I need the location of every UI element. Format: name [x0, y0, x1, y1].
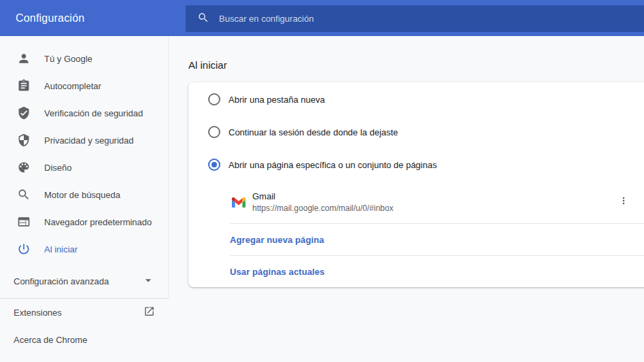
sidebar-item-on-startup[interactable]: Al iniciar: [0, 235, 168, 263]
sidebar-item-label: Privacidad y seguridad: [44, 135, 134, 146]
safety-check-icon: [17, 106, 31, 120]
extensions-label: Extensiones: [14, 308, 62, 318]
palette-icon: [17, 161, 31, 174]
section-title: Al iniciar: [188, 59, 644, 71]
startup-page-info: Gmail https://mail.google.com/mail/u/0/#…: [252, 191, 614, 214]
sidebar-item-label: Diseño: [44, 163, 71, 173]
advanced-settings-toggle[interactable]: Configuración avanzada: [0, 267, 168, 295]
option-open-specific-pages[interactable]: Abrir una página específica o un conjunt…: [188, 148, 644, 181]
about-chrome-label: Acerca de Chrome: [14, 335, 87, 345]
sidebar-item-label: Navegador predeterminado: [44, 217, 152, 227]
sidebar-item-label: Verificación de seguridad: [44, 108, 143, 118]
page-title: Configuración: [0, 12, 84, 24]
page-options-button[interactable]: [614, 193, 633, 212]
startup-settings-section: Al iniciar Abrir una pestaña nueva Conti…: [188, 36, 644, 287]
search-engine-icon: [17, 188, 31, 201]
sidebar-item-safety-check[interactable]: Verificación de seguridad: [0, 99, 168, 127]
sidebar-item-search-engine[interactable]: Motor de búsqueda: [0, 181, 168, 208]
use-current-pages-button[interactable]: Usar páginas actuales: [230, 267, 324, 277]
option-label: Abrir una página específica o un conjunt…: [228, 160, 437, 170]
sidebar-item-label: Motor de búsqueda: [44, 190, 120, 200]
sidebar-item-default-browser[interactable]: Navegador predeterminado: [0, 208, 168, 235]
sidebar-item-extensions[interactable]: Extensiones: [0, 299, 168, 326]
sidebar-item-you-and-google[interactable]: Tú y Google: [0, 45, 168, 72]
add-new-page-row[interactable]: Agregar nueva página: [188, 224, 644, 255]
radio-button[interactable]: [208, 126, 220, 138]
radio-button-selected[interactable]: [208, 159, 220, 171]
sidebar-item-privacy[interactable]: Privacidad y seguridad: [0, 127, 168, 154]
startup-page-row-gmail: Gmail https://mail.google.com/mail/u/0/#…: [188, 181, 644, 223]
sidebar-item-label: Al iniciar: [44, 244, 78, 254]
option-open-new-tab[interactable]: Abrir una pestaña nueva: [188, 83, 644, 116]
option-label: Continuar la sesión desde donde la dejas…: [228, 127, 398, 137]
sidebar-item-autofill[interactable]: Autocompletar: [0, 72, 168, 99]
sidebar-vertical-divider: [168, 36, 169, 299]
sidebar-item-label: Tú y Google: [44, 54, 92, 64]
startup-page-title: Gmail: [252, 191, 614, 203]
person-icon: [17, 52, 31, 65]
option-continue-session[interactable]: Continuar la sesión desde donde la dejas…: [188, 116, 644, 148]
startup-page-url: https://mail.google.com/mail/u/0/#inbox: [252, 203, 614, 214]
chevron-down-icon: [141, 274, 155, 289]
privacy-shield-icon: [17, 133, 31, 147]
open-in-new-icon: [143, 306, 155, 319]
settings-search-box: [186, 5, 644, 32]
browser-icon: [17, 215, 31, 229]
autofill-icon: [17, 79, 31, 93]
header-bar: Configuración: [0, 0, 644, 36]
power-icon: [17, 242, 31, 256]
startup-options-card: Abrir una pestaña nueva Continuar la ses…: [188, 82, 644, 287]
use-current-pages-row[interactable]: Usar páginas actuales: [188, 256, 644, 287]
sidebar-item-label: Autocompletar: [44, 81, 101, 91]
gmail-icon: [232, 195, 245, 209]
settings-sidebar: Tú y Google Autocompletar Verificación d…: [0, 36, 168, 362]
kebab-menu-icon: [618, 195, 629, 209]
sidebar-item-appearance[interactable]: Diseño: [0, 154, 168, 181]
option-label: Abrir una pestaña nueva: [228, 95, 325, 105]
search-input[interactable]: [219, 14, 644, 24]
sidebar-item-about-chrome[interactable]: Acerca de Chrome: [0, 326, 168, 353]
search-icon: [197, 12, 209, 27]
radio-button[interactable]: [208, 93, 220, 105]
advanced-settings-label: Configuración avanzada: [14, 276, 109, 286]
add-new-page-button[interactable]: Agregar nueva página: [230, 235, 324, 245]
